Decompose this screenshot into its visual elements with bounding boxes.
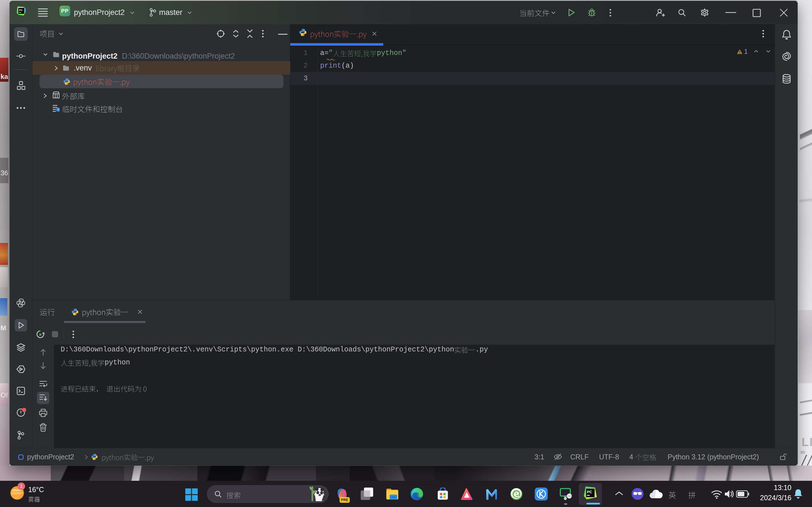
svg-text:PC: PC — [19, 8, 23, 11]
svg-text:PC: PC — [587, 490, 592, 494]
